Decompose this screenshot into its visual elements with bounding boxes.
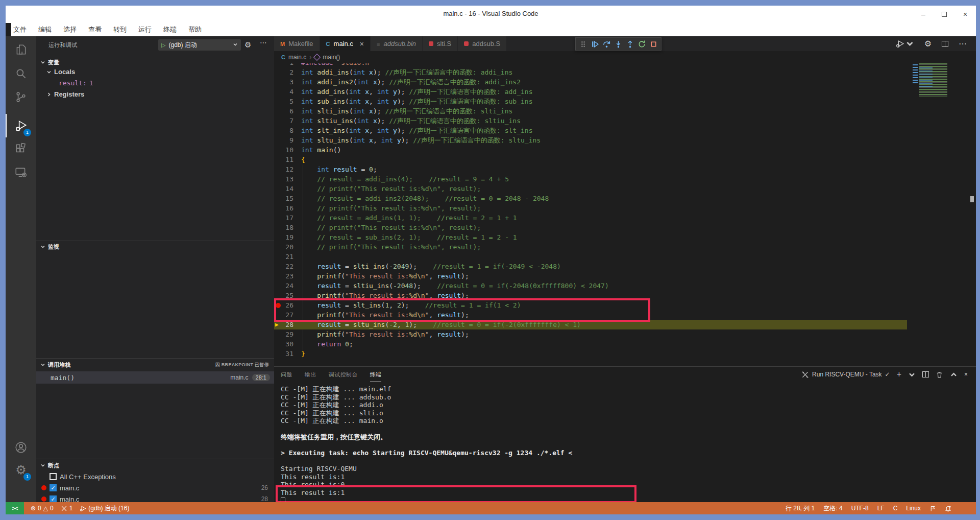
code-line-24[interactable]: 24 result = sltiu_ins(-2048); //result =… — [274, 281, 976, 291]
breakpoint-checkbox[interactable]: ✓ — [50, 484, 57, 491]
stop-icon[interactable] — [649, 40, 658, 49]
code-line-8[interactable]: 8int slt_ins(int x, int y); //声明一下汇编语言中的… — [274, 126, 976, 135]
eol-status[interactable]: LF — [877, 505, 885, 512]
breakpoint-checkbox[interactable]: ✓ — [50, 495, 57, 503]
breadcrumb-file[interactable]: main.c — [288, 54, 306, 61]
code-line-11[interactable]: 11{ — [274, 155, 976, 164]
menu-item-帮助[interactable]: 帮助 — [186, 24, 204, 35]
menu-item-文件[interactable]: 文件 — [11, 24, 29, 35]
debug-session-status[interactable]: (gdb) 启动 (16) — [76, 502, 133, 514]
code-area[interactable]: 1#include "stdio.h"2int addi_ins(int x);… — [274, 63, 976, 366]
problems-status[interactable]: ⊗ 0 △ 0 — [27, 502, 57, 514]
kill-terminal-icon[interactable] — [936, 371, 943, 379]
code-line-15[interactable]: 15 // result = addi_ins2(2048); //result… — [274, 194, 976, 203]
code-line-30[interactable]: 30 return 0; — [274, 339, 976, 349]
code-line-20[interactable]: 20 // printf("This result is:%d\n", resu… — [274, 242, 976, 252]
code-line-4[interactable]: 4int add_ins(int x, int y); //声明一下汇编语言中的… — [274, 87, 976, 97]
breakpoint-row[interactable]: ✓main.c26 — [36, 482, 274, 493]
breadcrumb-symbol[interactable]: main() — [323, 54, 340, 61]
variable-result[interactable]: result: 1 — [59, 79, 93, 87]
code-line-3[interactable]: 3int addi_ins2(int x); //声明一下汇编语言中的函数: a… — [274, 77, 976, 87]
code-line-14[interactable]: 14 // printf("This result is:%d\n", resu… — [274, 184, 976, 194]
panel-tab-终端[interactable]: 终端 — [370, 367, 382, 382]
code-line-10[interactable]: 10int main() — [274, 145, 976, 155]
menu-item-转到[interactable]: 转到 — [111, 24, 129, 35]
code-line-7[interactable]: 7int sltiu_ins(int x); //声明一下汇编语言中的函数: s… — [274, 116, 976, 126]
os-status[interactable]: Linux — [906, 505, 921, 512]
menu-item-编辑[interactable]: 编辑 — [36, 24, 54, 35]
terminal-dropdown-icon[interactable] — [908, 371, 916, 379]
menu-item-运行[interactable]: 运行 — [136, 24, 154, 35]
close-tab-icon[interactable]: × — [360, 40, 364, 48]
code-line-9[interactable]: 9int sltu_ins(int x, int y); //声明一下汇编语言中… — [274, 135, 976, 145]
notifications-bell-icon[interactable] — [945, 505, 951, 512]
tab-slti.S[interactable]: slti.S — [423, 36, 458, 51]
code-line-18[interactable]: 18 // printf("This result is:%d\n", resu… — [274, 223, 976, 232]
indentation-status[interactable]: 空格: 4 — [823, 504, 842, 513]
run-or-debug-button[interactable] — [896, 39, 914, 48]
split-editor-icon[interactable] — [942, 41, 948, 47]
maximize-panel-icon[interactable] — [950, 371, 958, 379]
tab-Makefile[interactable]: MMakefile — [274, 36, 320, 51]
code-line-6[interactable]: 6int slti_ins(int x); //声明一下汇编语言中的函数: sl… — [274, 106, 976, 116]
editor-gear-icon[interactable]: ⚙ — [924, 39, 932, 49]
breakpoint-row[interactable]: All C++ Exceptions — [36, 471, 274, 482]
locals-tree-item[interactable]: Locals — [46, 68, 75, 76]
continue-icon[interactable] — [591, 40, 599, 49]
close-panel-icon[interactable]: × — [964, 371, 968, 378]
variables-section-header[interactable]: 变量 — [36, 57, 274, 68]
panel-tab-调试控制台[interactable]: 调试控制台 — [329, 367, 358, 382]
step-over-icon[interactable] — [602, 40, 611, 49]
remote-explorer-icon[interactable] — [6, 160, 36, 184]
menu-item-选择[interactable]: 选择 — [61, 24, 79, 35]
code-line-29[interactable]: 29 printf("This result is:%d\n", result)… — [274, 329, 976, 339]
code-line-13[interactable]: 13 // result = addi_ins(4); //result = 9… — [274, 174, 976, 184]
restart-icon[interactable] — [638, 40, 646, 49]
launch-config-select[interactable]: ▷ (gdb) 启动 — [158, 39, 241, 51]
language-status[interactable]: C — [893, 505, 898, 512]
restore-icon[interactable] — [941, 10, 948, 18]
encoding-status[interactable]: UTF-8 — [851, 505, 869, 512]
extensions-icon[interactable] — [6, 137, 36, 161]
code-line-21[interactable]: 21 — [274, 252, 976, 262]
minimize-icon[interactable]: – — [920, 10, 927, 18]
tab-main.c[interactable]: Cmain.c× — [320, 36, 371, 51]
remote-indicator[interactable]: >< — [6, 502, 24, 514]
tasks-status[interactable]: 1 — [57, 502, 77, 514]
terminal-output[interactable]: CC -[M] 正在构建 ... main.elfCC -[M] 正在构建 ..… — [281, 385, 572, 502]
run-and-debug-icon[interactable]: 1 — [6, 114, 36, 137]
drag-handle-icon[interactable] — [579, 40, 587, 49]
sidebar-more-actions-icon[interactable]: ⋯ — [260, 38, 267, 46]
menu-item-终端[interactable]: 终端 — [161, 24, 179, 35]
code-line-22[interactable]: 22 result = slti_ins(-2049); //result = … — [274, 262, 976, 271]
terminal-task-item[interactable]: Run RISCV-QEMU - Task ✓ — [801, 371, 890, 379]
menu-item-查看[interactable]: 查看 — [86, 24, 104, 35]
watch-section-header[interactable]: 监视 — [36, 241, 274, 252]
step-into-icon[interactable] — [614, 40, 623, 49]
breakpoint-checkbox[interactable] — [50, 473, 57, 480]
code-line-12[interactable]: 12 int result = 0; — [274, 164, 976, 174]
settings-gear-icon[interactable]: ⚙ 1 — [6, 458, 36, 482]
feedback-icon[interactable] — [929, 505, 936, 512]
code-line-17[interactable]: 17 // result = add_ins(1, 1); //result =… — [274, 213, 976, 223]
cursor-position-status[interactable]: 行 28, 列 1 — [786, 504, 815, 513]
tab-addsub.bin[interactable]: ≡addsub.bin — [371, 36, 423, 51]
code-line-23[interactable]: 23 printf("This result is:%d\n", result)… — [274, 271, 976, 281]
account-icon[interactable] — [6, 436, 36, 459]
start-debug-icon[interactable]: ▷ — [161, 42, 165, 49]
source-control-icon[interactable] — [6, 85, 36, 109]
search-icon[interactable] — [6, 62, 36, 85]
editor-more-actions-icon[interactable]: ⋯ — [959, 39, 967, 49]
split-terminal-icon[interactable] — [922, 371, 929, 377]
code-line-5[interactable]: 5int sub_ins(int x, int y); //声明一下汇编语言中的… — [274, 97, 976, 106]
panel-tab-输出[interactable]: 输出 — [305, 367, 316, 382]
code-line-19[interactable]: 19 // result = sub_ins(2, 1); //result =… — [274, 232, 976, 242]
code-line-1[interactable]: 1#include "stdio.h" — [274, 63, 976, 67]
panel-tab-问题[interactable]: 问题 — [281, 367, 292, 382]
registers-tree-item[interactable]: Registers — [46, 90, 84, 98]
code-line-31[interactable]: 31} — [274, 349, 976, 359]
breadcrumb[interactable]: C main.c › main() — [274, 51, 976, 63]
explorer-icon[interactable] — [6, 38, 36, 61]
code-line-16[interactable]: 16 // printf("This result is:%d\n", resu… — [274, 203, 976, 213]
step-out-icon[interactable] — [626, 40, 634, 49]
